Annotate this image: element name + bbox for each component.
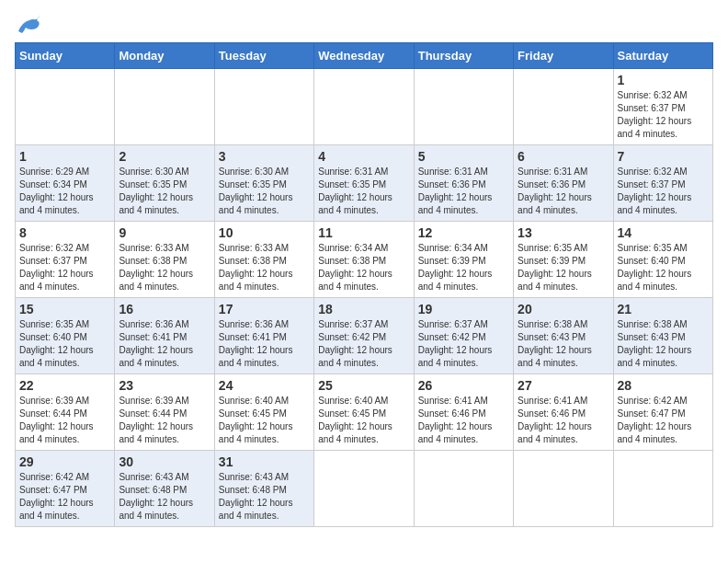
calendar-cell: 6Sunrise: 6:31 AMSunset: 6:36 PMDaylight… (514, 145, 613, 222)
day-info: Sunrise: 6:33 AMSunset: 6:38 PMDaylight:… (119, 242, 210, 293)
calendar-week-row: 8Sunrise: 6:32 AMSunset: 6:37 PMDaylight… (16, 222, 713, 298)
header (15, 15, 713, 35)
calendar-cell: 7Sunrise: 6:32 AMSunset: 6:37 PMDaylight… (613, 145, 712, 222)
calendar-cell (613, 451, 712, 527)
calendar-cell: 12Sunrise: 6:34 AMSunset: 6:39 PMDayligh… (414, 222, 513, 298)
calendar-header-friday: Friday (514, 43, 613, 69)
day-info: Sunrise: 6:30 AMSunset: 6:35 PMDaylight:… (219, 166, 310, 217)
day-info: Sunrise: 6:39 AMSunset: 6:44 PMDaylight:… (119, 395, 210, 446)
day-info: Sunrise: 6:31 AMSunset: 6:36 PMDaylight:… (418, 166, 509, 217)
day-number: 1 (19, 149, 110, 164)
day-info: Sunrise: 6:35 AMSunset: 6:39 PMDaylight:… (518, 242, 609, 293)
day-number: 12 (418, 225, 509, 240)
day-number: 15 (19, 302, 110, 316)
calendar-cell: 4Sunrise: 6:31 AMSunset: 6:35 PMDaylight… (314, 145, 414, 222)
calendar-header-wednesday: Wednesday (314, 43, 414, 69)
day-info: Sunrise: 6:34 AMSunset: 6:38 PMDaylight:… (318, 242, 409, 293)
day-number: 2 (119, 149, 210, 164)
day-number: 17 (219, 302, 310, 316)
calendar-header-thursday: Thursday (414, 43, 513, 69)
calendar-cell: 5Sunrise: 6:31 AMSunset: 6:36 PMDaylight… (414, 145, 513, 222)
calendar-week-row: 15Sunrise: 6:35 AMSunset: 6:40 PMDayligh… (16, 298, 713, 374)
calendar-cell: 8Sunrise: 6:32 AMSunset: 6:37 PMDaylight… (16, 222, 115, 298)
day-info: Sunrise: 6:35 AMSunset: 6:40 PMDaylight:… (19, 318, 110, 370)
calendar-cell (414, 451, 513, 527)
calendar-week-row: 29Sunrise: 6:42 AMSunset: 6:47 PMDayligh… (16, 451, 713, 527)
day-number: 19 (418, 302, 509, 316)
calendar-cell: 22Sunrise: 6:39 AMSunset: 6:44 PMDayligh… (16, 374, 115, 451)
calendar-cell: 14Sunrise: 6:35 AMSunset: 6:40 PMDayligh… (613, 222, 712, 298)
calendar-week-row: 1Sunrise: 6:29 AMSunset: 6:34 PMDaylight… (16, 145, 713, 222)
day-number: 23 (119, 378, 210, 393)
day-info: Sunrise: 6:38 AMSunset: 6:43 PMDaylight:… (518, 318, 609, 370)
day-info: Sunrise: 6:42 AMSunset: 6:47 PMDaylight:… (19, 471, 110, 523)
logo (15, 15, 44, 35)
calendar-cell: 20Sunrise: 6:38 AMSunset: 6:43 PMDayligh… (514, 298, 613, 374)
day-info: Sunrise: 6:33 AMSunset: 6:38 PMDaylight:… (219, 242, 310, 293)
day-info: Sunrise: 6:41 AMSunset: 6:46 PMDaylight:… (418, 395, 509, 446)
day-info: Sunrise: 6:42 AMSunset: 6:47 PMDaylight:… (618, 395, 709, 446)
calendar-cell (514, 451, 613, 527)
day-number: 5 (418, 149, 509, 164)
day-number: 14 (618, 225, 709, 240)
day-info: Sunrise: 6:40 AMSunset: 6:45 PMDaylight:… (318, 395, 409, 446)
calendar-cell: 11Sunrise: 6:34 AMSunset: 6:38 PMDayligh… (314, 222, 414, 298)
day-number: 27 (518, 378, 609, 393)
day-info: Sunrise: 6:34 AMSunset: 6:39 PMDaylight:… (418, 242, 509, 293)
calendar-cell: 1Sunrise: 6:29 AMSunset: 6:34 PMDaylight… (16, 145, 115, 222)
day-number: 10 (219, 225, 310, 240)
calendar-cell: 28Sunrise: 6:42 AMSunset: 6:47 PMDayligh… (613, 374, 712, 451)
day-number: 29 (19, 454, 110, 469)
day-info: Sunrise: 6:37 AMSunset: 6:42 PMDaylight:… (418, 318, 509, 370)
day-info: Sunrise: 6:38 AMSunset: 6:43 PMDaylight:… (618, 318, 709, 370)
day-info: Sunrise: 6:37 AMSunset: 6:42 PMDaylight:… (318, 318, 409, 370)
calendar-cell (414, 69, 513, 145)
calendar-header-sunday: Sunday (16, 43, 115, 69)
calendar-cell: 15Sunrise: 6:35 AMSunset: 6:40 PMDayligh… (16, 298, 115, 374)
calendar-cell: 19Sunrise: 6:37 AMSunset: 6:42 PMDayligh… (414, 298, 513, 374)
day-number: 18 (318, 302, 409, 316)
calendar-cell (115, 69, 214, 145)
calendar: SundayMondayTuesdayWednesdayThursdayFrid… (15, 42, 713, 527)
day-info: Sunrise: 6:29 AMSunset: 6:34 PMDaylight:… (19, 166, 110, 217)
calendar-cell: 21Sunrise: 6:38 AMSunset: 6:43 PMDayligh… (613, 298, 712, 374)
day-info: Sunrise: 6:40 AMSunset: 6:45 PMDaylight:… (219, 395, 310, 446)
calendar-cell: 29Sunrise: 6:42 AMSunset: 6:47 PMDayligh… (16, 451, 115, 527)
calendar-header-tuesday: Tuesday (214, 43, 313, 69)
day-info: Sunrise: 6:39 AMSunset: 6:44 PMDaylight:… (19, 395, 110, 446)
calendar-header-monday: Monday (115, 43, 214, 69)
calendar-cell: 10Sunrise: 6:33 AMSunset: 6:38 PMDayligh… (214, 222, 313, 298)
calendar-cell (214, 69, 313, 145)
day-info: Sunrise: 6:36 AMSunset: 6:41 PMDaylight:… (219, 318, 310, 370)
calendar-week-row: 1Sunrise: 6:32 AMSunset: 6:37 PMDaylight… (16, 69, 713, 145)
calendar-cell (314, 69, 414, 145)
calendar-week-row: 22Sunrise: 6:39 AMSunset: 6:44 PMDayligh… (16, 374, 713, 451)
calendar-cell: 31Sunrise: 6:43 AMSunset: 6:48 PMDayligh… (214, 451, 313, 527)
day-number: 4 (318, 149, 409, 164)
day-info: Sunrise: 6:43 AMSunset: 6:48 PMDaylight:… (219, 471, 310, 523)
day-number: 20 (518, 302, 609, 316)
day-number: 31 (219, 454, 310, 469)
calendar-header-row: SundayMondayTuesdayWednesdayThursdayFrid… (16, 43, 713, 69)
day-number: 3 (219, 149, 310, 164)
day-info: Sunrise: 6:35 AMSunset: 6:40 PMDaylight:… (618, 242, 709, 293)
day-number: 7 (618, 149, 709, 164)
day-number: 24 (219, 378, 310, 393)
calendar-cell: 27Sunrise: 6:41 AMSunset: 6:46 PMDayligh… (514, 374, 613, 451)
day-info: Sunrise: 6:32 AMSunset: 6:37 PMDaylight:… (618, 166, 709, 217)
day-number: 1 (618, 73, 709, 87)
day-number: 11 (318, 225, 409, 240)
calendar-cell: 24Sunrise: 6:40 AMSunset: 6:45 PMDayligh… (214, 374, 313, 451)
logo-bird-icon (15, 15, 40, 35)
calendar-cell: 26Sunrise: 6:41 AMSunset: 6:46 PMDayligh… (414, 374, 513, 451)
day-number: 9 (119, 225, 210, 240)
calendar-header-saturday: Saturday (613, 43, 712, 69)
day-info: Sunrise: 6:43 AMSunset: 6:48 PMDaylight:… (119, 471, 210, 523)
day-info: Sunrise: 6:36 AMSunset: 6:41 PMDaylight:… (119, 318, 210, 370)
calendar-cell: 2Sunrise: 6:30 AMSunset: 6:35 PMDaylight… (115, 145, 214, 222)
calendar-cell: 18Sunrise: 6:37 AMSunset: 6:42 PMDayligh… (314, 298, 414, 374)
calendar-cell: 13Sunrise: 6:35 AMSunset: 6:39 PMDayligh… (514, 222, 613, 298)
calendar-cell: 3Sunrise: 6:30 AMSunset: 6:35 PMDaylight… (214, 145, 313, 222)
day-number: 25 (318, 378, 409, 393)
day-number: 28 (618, 378, 709, 393)
